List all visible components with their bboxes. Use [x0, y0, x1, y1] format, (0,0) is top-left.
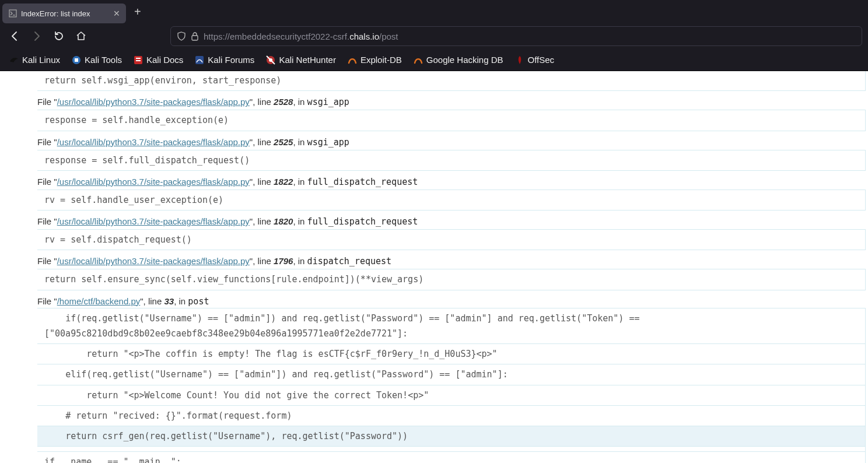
forward-button[interactable]	[28, 27, 46, 45]
page-content: return self.wsgi_app(environ, start_resp…	[0, 71, 868, 463]
bookmark-google-hacking-db[interactable]: Google Hacking DB	[409, 52, 508, 67]
source-path[interactable]: /usr/local/lib/python3.7/site-packages/f…	[57, 256, 250, 266]
code-line[interactable]: rv = self.handle_user_exception(e)	[37, 190, 866, 211]
code-line[interactable]: if(req.getlist("Username") == ["admin"])…	[37, 308, 866, 345]
bookmark-bar: Kali Linux Kali Tools Kali Docs Kali For…	[0, 49, 868, 71]
line-number: 1822	[274, 177, 293, 187]
bookmark-kali-docs[interactable]: Kali Docs	[129, 52, 188, 67]
code-line[interactable]: return self.wsgi_app(environ, start_resp…	[37, 71, 866, 91]
browser-tab[interactable]: IndexError: list index ✕	[2, 3, 126, 23]
forums-icon	[195, 55, 204, 65]
stack-frame: File "/home/ctf/backend.py", line 33, in…	[37, 294, 866, 464]
bookmark-label: OffSec	[528, 55, 555, 65]
bookmark-offsec[interactable]: OffSec	[510, 52, 559, 67]
stack-frame: File "/usr/local/lib/python3.7/site-pack…	[37, 94, 866, 131]
bookmark-kali-tools[interactable]: Kali Tools	[67, 52, 127, 67]
source-path[interactable]: /usr/local/lib/python3.7/site-packages/f…	[57, 137, 250, 147]
tools-icon	[72, 55, 81, 65]
code-line[interactable]: # return "recived: {}".format(request.fo…	[37, 406, 866, 426]
stack-frame: File "/usr/local/lib/python3.7/site-pack…	[37, 214, 866, 250]
function-name: dispatch_request	[307, 256, 392, 266]
frame-header: File "/usr/local/lib/python3.7/site-pack…	[37, 135, 866, 149]
frame-header: File "/home/ctf/backend.py", line 33, in…	[37, 294, 866, 308]
stack-frame: File "/usr/local/lib/python3.7/site-pack…	[37, 135, 866, 171]
code-line[interactable]: response = self.full_dispatch_request()	[37, 150, 866, 171]
svg-rect-0	[9, 10, 16, 17]
source-path[interactable]: /usr/local/lib/python3.7/site-packages/f…	[57, 97, 250, 107]
browser-tab-bar: IndexError: list index ✕ +	[0, 0, 868, 23]
shield-icon[interactable]	[177, 31, 186, 41]
bookmark-kali-linux[interactable]: Kali Linux	[5, 52, 65, 67]
source-path[interactable]: /home/ctf/backend.py	[57, 296, 141, 306]
code-line[interactable]: return self.ensure_sync(self.view_functi…	[37, 269, 866, 290]
bookmark-kali-nethunter[interactable]: Kali NetHunter	[261, 52, 341, 67]
bookmark-label: Kali Linux	[22, 55, 60, 65]
dragon-icon	[9, 55, 19, 65]
exploit-db-icon	[414, 55, 423, 65]
bookmark-label: Google Hacking DB	[426, 55, 503, 65]
function-name: post	[188, 296, 209, 307]
code-line[interactable]: if __name__ == "__main__":	[37, 452, 866, 463]
reload-button[interactable]	[50, 27, 68, 45]
lock-icon[interactable]	[191, 31, 199, 41]
tab-close-icon[interactable]: ✕	[113, 9, 120, 18]
bookmark-exploit-db[interactable]: Exploit-DB	[343, 52, 407, 67]
bookmark-label: Exploit-DB	[360, 55, 402, 65]
url-bar[interactable]: https://embeddedsecurityctf2022-csrf.cha…	[170, 26, 862, 46]
frame-header: File "/usr/local/lib/python3.7/site-pack…	[37, 94, 866, 108]
tab-title: IndexError: list index	[21, 9, 110, 18]
svg-rect-2	[192, 36, 198, 40]
docs-icon	[134, 55, 143, 65]
traceback: return self.wsgi_app(environ, start_resp…	[37, 71, 866, 463]
function-name: full_dispatch_request	[307, 177, 418, 187]
url-text: https://embeddedsecurityctf2022-csrf.cha…	[204, 31, 856, 41]
code-line[interactable]	[37, 447, 866, 452]
exploit-db-icon	[348, 55, 357, 65]
bookmark-kali-forums[interactable]: Kali Forums	[190, 52, 259, 67]
frame-header: File "/usr/local/lib/python3.7/site-pack…	[37, 174, 866, 188]
new-tab-button[interactable]: +	[126, 5, 149, 19]
line-number: 1796	[274, 256, 293, 266]
line-number: 2525	[274, 137, 293, 147]
bookmark-label: Kali Docs	[146, 55, 183, 65]
back-button[interactable]	[6, 27, 23, 45]
code-line[interactable]: response = self.handle_exception(e)	[37, 110, 866, 131]
tab-favicon	[8, 9, 18, 18]
source-path[interactable]: /usr/local/lib/python3.7/site-packages/f…	[57, 216, 250, 226]
line-number: 1820	[274, 216, 293, 226]
bookmark-label: Kali Forums	[208, 55, 254, 65]
frame-header: File "/usr/local/lib/python3.7/site-pack…	[37, 214, 866, 228]
bookmark-label: Kali NetHunter	[279, 55, 336, 65]
code-line[interactable]: rv = self.dispatch_request()	[37, 229, 866, 250]
current-code-line[interactable]: return csrf_gen(req.getlist("Username"),…	[37, 426, 866, 447]
code-block: if(req.getlist("Username") == ["admin"])…	[37, 308, 866, 464]
svg-rect-6	[136, 60, 141, 61]
stack-frame: File "/usr/local/lib/python3.7/site-pack…	[37, 254, 866, 290]
code-line[interactable]: return "<p>The coffin is empty! The flag…	[37, 344, 866, 364]
line-number: 2528	[274, 97, 293, 107]
offsec-icon	[515, 55, 524, 65]
code-line[interactable]: return "<p>Welcome Count! You did not gi…	[37, 385, 866, 406]
source-path[interactable]: /usr/local/lib/python3.7/site-packages/f…	[57, 177, 250, 187]
code-line[interactable]: elif(req.getlist("Username") == ["admin"…	[37, 364, 866, 385]
function-name: wsgi_app	[307, 137, 349, 148]
line-number: 33	[164, 296, 174, 306]
function-name: wsgi_app	[307, 97, 349, 107]
stack-frame: File "/usr/local/lib/python3.7/site-pack…	[37, 174, 866, 211]
function-name: full_dispatch_request	[307, 216, 418, 227]
home-button[interactable]	[72, 27, 90, 45]
nethunter-icon	[266, 55, 275, 65]
frame-header: File "/usr/local/lib/python3.7/site-pack…	[37, 254, 866, 268]
bookmark-label: Kali Tools	[85, 55, 122, 65]
browser-nav-bar: https://embeddedsecurityctf2022-csrf.cha…	[0, 23, 868, 49]
svg-rect-5	[136, 58, 141, 59]
